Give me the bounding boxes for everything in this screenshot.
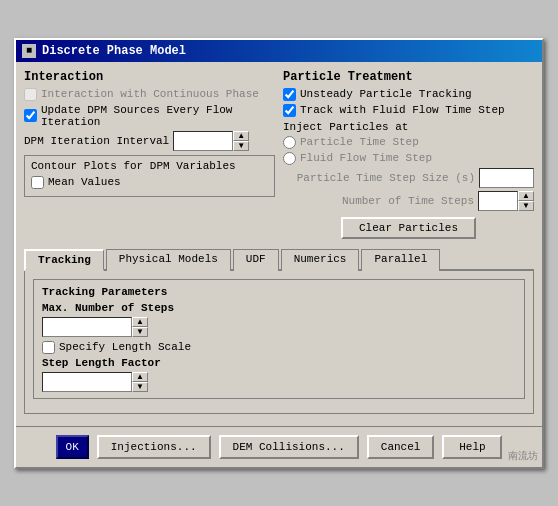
- cancel-button[interactable]: Cancel: [367, 435, 435, 459]
- mean-values-checkbox[interactable]: [31, 176, 44, 189]
- tab-tracking[interactable]: Tracking: [24, 249, 104, 271]
- update-dpm-row: Update DPM Sources Every Flow Iteration: [24, 104, 275, 128]
- update-dpm-checkbox[interactable]: [24, 109, 37, 122]
- num-time-steps-spinbox: 1 ▲ ▼: [478, 191, 534, 211]
- max-steps-label: Max. Number of Steps: [42, 302, 516, 314]
- help-button[interactable]: Help: [442, 435, 502, 459]
- step-length-down[interactable]: ▼: [132, 382, 148, 392]
- dpm-iteration-row: DPM Iteration Interval 100 ▲ ▼: [24, 131, 275, 151]
- max-steps-up[interactable]: ▲: [132, 317, 148, 327]
- time-step-size-input[interactable]: 0.001: [479, 168, 534, 188]
- interaction-continuous-row: Interaction with Continuous Phase: [24, 88, 275, 101]
- dpm-iteration-label: DPM Iteration Interval: [24, 135, 169, 147]
- track-fluid-checkbox[interactable]: [283, 104, 296, 117]
- tab-bar: Tracking Physical Models UDF Numerics Pa…: [24, 247, 534, 271]
- time-step-size-label: Particle Time Step Size (s): [283, 172, 475, 184]
- contour-box: Contour Plots for DPM Variables Mean Val…: [24, 155, 275, 197]
- inject-section: Inject Particles at Particle Time Step F…: [283, 121, 534, 165]
- interaction-continuous-label: Interaction with Continuous Phase: [41, 88, 259, 100]
- fluid-flow-time-step-radio-row: Fluid Flow Time Step: [283, 152, 534, 165]
- step-length-spinbox: 5 ▲ ▼: [42, 372, 516, 392]
- track-fluid-label: Track with Fluid Flow Time Step: [300, 104, 505, 116]
- fluid-flow-time-step-radio[interactable]: [283, 152, 296, 165]
- window-title: Discrete Phase Model: [42, 44, 186, 58]
- particle-time-step-radio[interactable]: [283, 136, 296, 149]
- unsteady-label: Unsteady Particle Tracking: [300, 88, 472, 100]
- dpm-iteration-up[interactable]: ▲: [233, 131, 249, 141]
- max-steps-down[interactable]: ▼: [132, 327, 148, 337]
- specify-length-checkbox[interactable]: [42, 341, 55, 354]
- particle-time-step-radio-row: Particle Time Step: [283, 136, 534, 149]
- num-time-steps-up[interactable]: ▲: [518, 191, 534, 201]
- step-length-up[interactable]: ▲: [132, 372, 148, 382]
- dpm-iteration-down[interactable]: ▼: [233, 141, 249, 151]
- particle-time-step-radio-label: Particle Time Step: [300, 136, 419, 148]
- tab-parallel[interactable]: Parallel: [361, 249, 440, 271]
- fluid-flow-time-step-radio-label: Fluid Flow Time Step: [300, 152, 432, 164]
- tab-content: Tracking Parameters Max. Number of Steps…: [24, 271, 534, 414]
- particle-treatment-label: Particle Treatment: [283, 70, 534, 84]
- num-time-steps-input[interactable]: 1: [478, 191, 518, 211]
- window-icon: ■: [22, 44, 36, 58]
- contour-label: Contour Plots for DPM Variables: [31, 160, 268, 172]
- max-steps-input[interactable]: 500: [42, 317, 132, 337]
- tracking-parameters-box: Tracking Parameters Max. Number of Steps…: [33, 279, 525, 399]
- specify-length-row: Specify Length Scale: [42, 341, 516, 354]
- num-time-steps-row: Number of Time Steps 1 ▲ ▼: [283, 191, 534, 211]
- track-fluid-row: Track with Fluid Flow Time Step: [283, 104, 534, 117]
- specify-length-label: Specify Length Scale: [59, 341, 191, 353]
- dpm-iteration-input[interactable]: 100: [173, 131, 233, 151]
- step-length-input[interactable]: 5: [42, 372, 132, 392]
- injections-button[interactable]: Injections...: [97, 435, 211, 459]
- interaction-group-label: Interaction: [24, 70, 275, 84]
- num-time-steps-down[interactable]: ▼: [518, 201, 534, 211]
- step-length-label: Step Length Factor: [42, 357, 516, 369]
- discrete-phase-model-window: ■ Discrete Phase Model Interaction Inter…: [14, 38, 544, 469]
- tab-numerics[interactable]: Numerics: [281, 249, 360, 271]
- time-step-size-row: Particle Time Step Size (s) 0.001: [283, 168, 534, 188]
- unsteady-row: Unsteady Particle Tracking: [283, 88, 534, 101]
- update-dpm-label: Update DPM Sources Every Flow Iteration: [41, 104, 275, 128]
- ok-button[interactable]: OK: [56, 435, 89, 459]
- clear-particles-button[interactable]: Clear Particles: [341, 217, 476, 239]
- max-steps-spinbox: 500 ▲ ▼: [42, 317, 516, 337]
- num-time-steps-label: Number of Time Steps: [283, 195, 474, 207]
- mean-values-label: Mean Values: [48, 176, 121, 188]
- mean-values-row: Mean Values: [31, 176, 268, 189]
- bottom-buttons: OK Injections... DEM Collisions... Cance…: [16, 426, 542, 467]
- tab-physical-models[interactable]: Physical Models: [106, 249, 231, 271]
- tracking-parameters-title: Tracking Parameters: [42, 286, 516, 298]
- dpm-iteration-spinbox: 100 ▲ ▼: [173, 131, 249, 151]
- title-bar: ■ Discrete Phase Model: [16, 40, 542, 62]
- tab-udf[interactable]: UDF: [233, 249, 279, 271]
- unsteady-checkbox[interactable]: [283, 88, 296, 101]
- inject-label: Inject Particles at: [283, 121, 534, 133]
- dem-collisions-button[interactable]: DEM Collisions...: [219, 435, 359, 459]
- interaction-continuous-checkbox[interactable]: [24, 88, 37, 101]
- watermark: 南流坊: [508, 449, 538, 463]
